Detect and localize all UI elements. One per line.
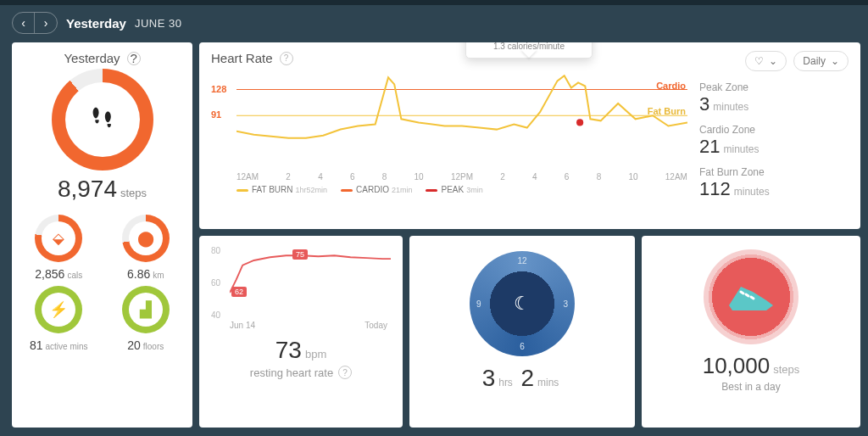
date-title: Yesterday: [66, 16, 126, 31]
sleep-clock: ☾ 12 3 6 9: [470, 251, 575, 356]
heart-rate-tooltip: 7:35 - 7:40 PM 70 avg bpm 1.3 calories/m…: [465, 42, 593, 59]
date-value: JUNE 30: [135, 17, 182, 30]
frequency-select[interactable]: Daily ⌄: [793, 51, 849, 71]
distance-stat: ⬤ 6.86km: [106, 215, 186, 281]
heart-icon: ♡: [754, 55, 764, 67]
shoe-badge-icon: [704, 249, 798, 344]
chevron-down-icon: ⌄: [831, 55, 839, 67]
footsteps-icon: [65, 82, 140, 157]
next-day-button[interactable]: ›: [35, 13, 57, 33]
resting-heart-rate-card: 80 60 40 62 75 Jun 14 Today 73bpm restin…: [199, 236, 403, 428]
help-icon[interactable]: ?: [127, 52, 141, 65]
pin-icon: ⬤: [129, 221, 163, 255]
help-icon[interactable]: ?: [338, 366, 352, 379]
flame-icon: ⬙: [42, 221, 75, 255]
help-icon[interactable]: ?: [280, 52, 293, 65]
bolt-icon: ⚡: [42, 293, 75, 327]
cardio-zone: Cardio Zone 21minutes: [699, 124, 849, 158]
rhr-max-badge: 75: [292, 249, 308, 260]
resting-hr-chart[interactable]: 80 60 40 62 75: [211, 244, 391, 321]
fat-burn-zone: Fat Burn Zone 112minutes: [699, 166, 849, 200]
prev-day-button[interactable]: ‹: [13, 13, 35, 33]
heart-rate-title: Heart Rate: [211, 51, 273, 65]
y-tick: 128: [211, 84, 226, 94]
favorite-button[interactable]: ♡ ⌄: [745, 51, 787, 71]
stairs-icon: ▟: [129, 293, 163, 327]
peak-zone: Peak Zone 3minutes: [699, 81, 849, 115]
active-minutes-stat: ⚡ 81active mins: [19, 286, 99, 352]
resting-hr-value: 73bpm: [275, 337, 326, 364]
activity-card-title: Yesterday: [64, 51, 120, 65]
floors-stat: ▟ 20floors: [106, 286, 186, 352]
sleep-duration: 3hrs 2mins: [482, 365, 563, 392]
sleep-card: ☾ 12 3 6 9 3hrs 2mins: [409, 236, 635, 428]
date-nav: ‹ › Yesterday JUNE 30: [12, 12, 856, 34]
activity-summary-card: Yesterday ? 8,974steps ⬙ 2,856cals ⬤ 6.8…: [12, 42, 192, 428]
heart-rate-card: Heart Rate ? 7:35 - 7:40 PM 70 avg bpm 1…: [199, 42, 860, 229]
goal-value: 10,000steps: [703, 353, 800, 379]
rhr-min-badge: 62: [231, 287, 247, 297]
heart-rate-legend: FAT BURN1hr52min CARDIO21min PEAK3min: [236, 185, 687, 194]
heart-rate-xaxis: 12AM24681012PM24681012AM: [236, 172, 687, 182]
calories-stat: ⬙ 2,856cals: [19, 215, 99, 281]
resting-hr-label: resting heart rate ?: [250, 366, 352, 379]
chevron-down-icon: ⌄: [769, 55, 777, 67]
step-goal-card: 10,000steps Best in a day: [642, 236, 860, 428]
heart-rate-chart[interactable]: 128 91 Cardio Fat Burn: [236, 69, 687, 170]
moon-icon: ☾: [514, 293, 531, 315]
steps-value: 8,974steps: [19, 176, 186, 203]
svg-point-2: [576, 119, 583, 126]
goal-subtitle: Best in a day: [721, 381, 780, 393]
steps-progress-ring: [52, 69, 153, 170]
y-tick: 91: [211, 109, 221, 120]
